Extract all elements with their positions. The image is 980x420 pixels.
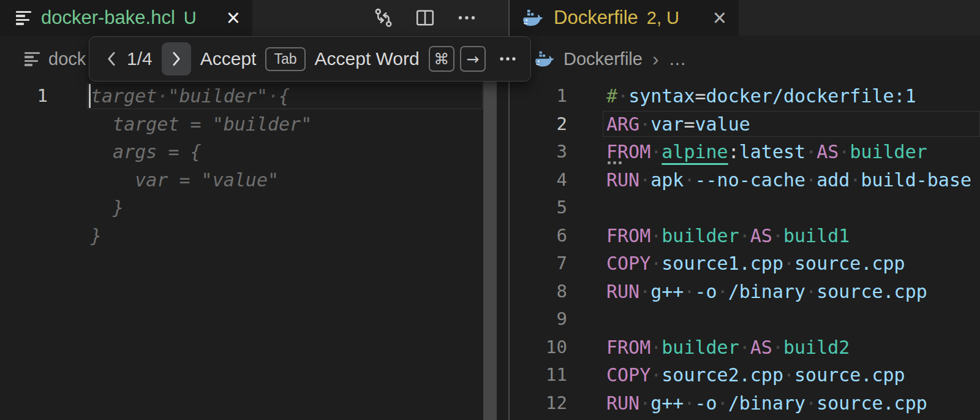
- line-text: FROM·builder·AS·build2: [606, 334, 980, 362]
- line-text: RUN·g++·-o·/binary·source.cpp: [606, 389, 980, 418]
- file-lines-icon: [16, 11, 31, 25]
- line-text: FROM·builder·AS·build1: [606, 222, 980, 250]
- tab-close-button[interactable]: ×: [713, 6, 726, 29]
- line-number: [0, 138, 48, 166]
- code-line[interactable]: 1target·"builder"·{: [0, 82, 508, 110]
- tab-problems-badge: 2, U: [647, 8, 679, 28]
- tab-modified-badge: U: [184, 8, 197, 28]
- line-text: COPY·source2.cpp·source.cpp: [606, 361, 980, 389]
- editor-group-right: Dockerfile 2, U × Dockerfile › … 1#·synt…: [510, 0, 980, 420]
- compare-changes-icon[interactable]: [372, 7, 394, 29]
- line-number: 2: [510, 110, 567, 139]
- tab-title: docker-bake.hcl: [41, 7, 175, 29]
- code-line[interactable]: }: [0, 222, 508, 250]
- file-lines-icon: [24, 52, 40, 66]
- split-editor-icon[interactable]: [414, 7, 436, 29]
- code-line[interactable]: 3FROM·alpine:latest·AS·builder: [510, 138, 980, 166]
- text-cursor: [89, 84, 91, 108]
- code-line[interactable]: target = "builder": [0, 110, 508, 139]
- breadcrumb-separator: ›: [652, 48, 659, 71]
- line-number: 1: [0, 82, 48, 110]
- line-number: [0, 110, 48, 139]
- line-text: [606, 194, 980, 222]
- code-line[interactable]: 10FROM·builder·AS·build2: [510, 334, 980, 362]
- tabbar-actions-left: [372, 0, 508, 36]
- tabbar-right: Dockerfile 2, U ×: [510, 0, 980, 36]
- line-text: }: [91, 222, 483, 250]
- docker-whale-icon: [522, 9, 544, 28]
- line-text: target = "builder": [91, 110, 483, 139]
- line-number: 9: [510, 305, 567, 334]
- line-text: COPY·source1.cpp·source.cpp: [606, 250, 980, 278]
- hint-diagnostic-dots: [608, 161, 611, 164]
- code-line[interactable]: 1#·syntax=docker/dockerfile:1: [510, 82, 980, 110]
- chevron-right-icon: [170, 50, 183, 67]
- accept-button[interactable]: Accept: [200, 48, 257, 69]
- line-number: 4: [510, 166, 567, 194]
- line-text: #·syntax=docker/dockerfile:1: [606, 82, 980, 110]
- code-line[interactable]: 4RUN·apk·--no-cache·add·build-base: [510, 166, 980, 194]
- editor-dockerfile[interactable]: 1#·syntax=docker/dockerfile:12ARG·var=va…: [510, 82, 980, 420]
- chevron-left-icon[interactable]: [105, 50, 118, 67]
- code-line[interactable]: 6FROM·builder·AS·build1: [510, 222, 980, 250]
- tab-close-button[interactable]: ×: [227, 6, 240, 29]
- line-text: }: [91, 194, 483, 222]
- tabbar-left: docker-bake.hcl U ×: [0, 0, 508, 36]
- code-line[interactable]: args = {: [0, 138, 508, 166]
- vscode-window: docker-bake.hcl U ×: [0, 0, 980, 420]
- code-line[interactable]: 7COPY·source1.cpp·source.cpp: [510, 250, 980, 278]
- tab-dockerfile[interactable]: Dockerfile 2, U ×: [510, 0, 739, 36]
- cmd-key-chip: ⌘: [429, 46, 454, 72]
- line-number: 8: [510, 278, 567, 306]
- more-actions-icon[interactable]: [456, 7, 478, 29]
- arrow-right-key-chip: →: [460, 46, 486, 72]
- line-number: 7: [510, 250, 567, 278]
- line-number: 6: [510, 222, 567, 250]
- line-number: 5: [510, 194, 567, 222]
- code-line[interactable]: }: [0, 194, 508, 222]
- line-number: 3: [510, 138, 567, 166]
- tab-title: Dockerfile: [554, 7, 638, 29]
- line-text: RUN·g++·-o·/binary·source.cpp: [606, 278, 980, 306]
- line-text: FROM·alpine:latest·AS·builder: [606, 138, 980, 166]
- code-line[interactable]: 2ARG·var=value: [510, 110, 980, 139]
- breadcrumb-symbol-more[interactable]: …: [669, 49, 687, 69]
- line-number: 10: [510, 334, 567, 362]
- line-number: 12: [510, 389, 567, 418]
- tab-keybinding-chip: Tab: [265, 47, 305, 71]
- accept-word-button[interactable]: Accept Word: [315, 48, 420, 69]
- breadcrumb-file[interactable]: dock: [48, 49, 86, 69]
- line-number: 1: [510, 82, 567, 110]
- code-line[interactable]: 8RUN·g++·-o·/binary·source.cpp: [510, 278, 980, 306]
- suggestion-counter: 1/4: [127, 48, 153, 69]
- breadcrumb-file[interactable]: Dockerfile: [564, 49, 643, 69]
- line-number: [0, 194, 48, 222]
- more-actions-icon[interactable]: [497, 48, 518, 69]
- breadcrumbs-right: Dockerfile › …: [510, 36, 980, 82]
- code-line[interactable]: 11COPY·source2.cpp·source.cpp: [510, 361, 980, 389]
- inline-suggestion-toolbar: 1/4 Accept Tab Accept Word ⌘ →: [89, 36, 531, 82]
- editor-docker-bake-hcl[interactable]: 1target·"builder"·{ target = "builder" a…: [0, 82, 508, 420]
- line-text: ARG·var=value: [606, 110, 980, 139]
- tab-docker-bake-hcl[interactable]: docker-bake.hcl U ×: [0, 0, 252, 36]
- code-line[interactable]: 5: [510, 194, 980, 222]
- next-suggestion-button[interactable]: [162, 42, 191, 75]
- code-line[interactable]: var = "value": [0, 166, 508, 194]
- accept-word-keybinding: ⌘ →: [429, 46, 486, 72]
- docker-whale-icon: [534, 50, 555, 68]
- line-text: args = {: [91, 138, 483, 166]
- vertical-scrollbar[interactable]: [483, 82, 497, 420]
- line-text: var = "value": [91, 166, 483, 194]
- line-number: [0, 222, 48, 250]
- line-number: 11: [510, 361, 567, 389]
- line-number: [0, 166, 48, 194]
- line-text: target·"builder"·{: [91, 82, 483, 110]
- line-text: RUN·apk·--no-cache·add·build-base: [606, 166, 980, 194]
- code-line[interactable]: 9: [510, 305, 980, 334]
- code-line[interactable]: 12RUN·g++·-o·/binary·source.cpp: [510, 389, 980, 418]
- line-text: [606, 305, 980, 334]
